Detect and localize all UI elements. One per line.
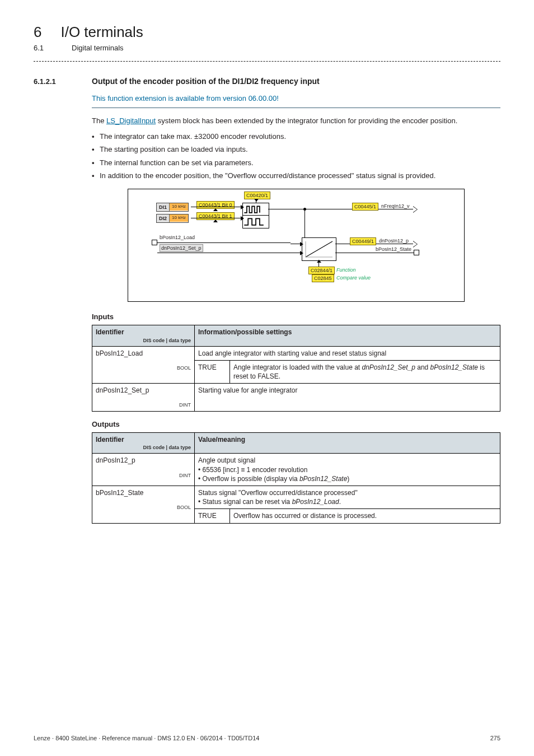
wire — [157, 242, 291, 243]
dnposin12-p-label: dnPosIn12_p — [379, 237, 409, 244]
key-cell: TRUE — [195, 360, 230, 383]
text: • 65536 [incr.] ≡ 1 encoder revolution — [198, 466, 307, 474]
function-block-diagram: DI1 10 kHz DI2 10 kHz C00420/1 C00443/1 … — [128, 189, 465, 302]
th-identifier: Identifier — [96, 436, 124, 444]
th-value: Value/meaning — [195, 433, 500, 454]
intro-paragraph: The LS_DigitalInput system block has bee… — [92, 116, 500, 126]
outputs-heading: Outputs — [92, 419, 500, 430]
page-number: 275 — [490, 734, 500, 743]
text: • Status signal can be reset via — [198, 498, 292, 506]
datatype-cell: BOOL — [96, 504, 191, 511]
di2-label: DI2 — [157, 214, 170, 222]
italic-text: bPosIn12_State — [299, 475, 347, 483]
nfreqin-label: nFreqIn12_v — [381, 203, 410, 209]
wire — [291, 244, 301, 244]
bposin12-state-label: bPosIn12_State — [376, 246, 411, 253]
value-cell: Angle output signal • 65536 [incr.] ≡ 1 … — [195, 454, 500, 486]
wire — [335, 253, 414, 253]
di1-label: DI1 — [157, 203, 170, 211]
text: ) — [347, 475, 349, 483]
pulse-box-1 — [242, 203, 269, 216]
wire — [191, 218, 241, 218]
identifier-cell: dnPosIn12_p — [96, 456, 135, 464]
value-cell: Status signal "Overflow occurred/distanc… — [195, 486, 500, 509]
di1-box: DI1 10 kHz — [156, 203, 189, 212]
th-info: Information/possible settings — [195, 325, 500, 346]
inputs-heading: Inputs — [92, 312, 500, 322]
heading-number: 6.1.2.1 — [34, 77, 74, 87]
value-cell: Overflow has occurred or distance is pro… — [230, 509, 500, 523]
dashed-separator — [34, 61, 500, 62]
c00445-label: C00445/1 — [352, 203, 378, 211]
junction-dot — [303, 208, 306, 211]
wire — [157, 253, 291, 253]
heading-title: Output of the encoder position of the DI… — [92, 76, 320, 87]
c02844-label: C02844/1 — [308, 267, 335, 274]
bullet-item: The starting position can be loaded via … — [92, 144, 500, 155]
desc-cell: Starting value for angle integrator — [195, 384, 500, 411]
bullet-item: In addition to the encoder position, the… — [92, 171, 500, 181]
c00449-label: C00449/1 — [350, 237, 376, 245]
identifier-cell: bPosIn12_Load — [96, 349, 143, 357]
datatype-cell: BOOL — [96, 365, 191, 371]
arrow-up-icon — [213, 220, 218, 222]
integrator-block — [302, 237, 336, 261]
text: . — [339, 498, 341, 506]
bullet-item: The internal function can be set via par… — [92, 158, 500, 168]
desc-cell: Load angle integrator with starting valu… — [195, 346, 500, 360]
identifier-cell: bPosIn12_State — [96, 489, 143, 497]
di1-khz: 10 kHz — [170, 203, 188, 211]
intro-pre: The — [92, 116, 106, 125]
port-icon — [152, 240, 157, 245]
value-cell: Angle integrator is loaded with the valu… — [230, 360, 500, 383]
bposin12-load-label: bPosIn12_Load — [160, 234, 195, 241]
text: Angle integrator is loaded with the valu… — [233, 363, 362, 371]
italic-text: bPosIn12_Load — [292, 498, 339, 506]
datatype-cell: DINT — [96, 402, 191, 408]
th-dis-code: DIS code | data type — [96, 337, 191, 344]
th-identifier: Identifier — [96, 328, 124, 336]
c02845-label: C02845 — [312, 274, 334, 282]
italic-text: dnPosIn12_Set_p — [362, 363, 415, 371]
bullet-item: The integrator can take max. ±32000 enco… — [92, 132, 500, 142]
ls-digitalinput-link[interactable]: LS_DigitalInput — [106, 116, 156, 125]
section-number-6-1: 6.1 — [34, 43, 44, 53]
section-title-6-1: Digital terminals — [72, 43, 123, 53]
text: and — [415, 363, 430, 371]
identifier-cell: dnPosIn12_Set_p — [96, 386, 149, 394]
blue-rule — [92, 108, 500, 108]
di2-box: DI2 10 kHz — [156, 214, 189, 223]
outputs-table: Identifier DIS code | data type Value/me… — [92, 432, 500, 523]
dnposin12-set-label: dnPosIn12_Set_p — [160, 244, 203, 252]
arrow-down-icon — [254, 199, 259, 202]
pulse-box-2 — [242, 215, 269, 228]
key-cell: TRUE — [195, 509, 230, 523]
port-icon — [414, 250, 419, 255]
th-dis-code: DIS code | data type — [96, 444, 191, 451]
c02845-text: Compare value — [336, 274, 371, 281]
datatype-cell: DINT — [96, 472, 191, 479]
arrow-up-icon — [213, 208, 218, 211]
text: Angle output signal — [198, 456, 255, 464]
inputs-table: Identifier DIS code | data type Informat… — [92, 325, 500, 411]
text: Status signal "Overflow occurred/distanc… — [198, 489, 358, 497]
wire — [291, 253, 301, 253]
chapter-number: 6 — [34, 22, 41, 42]
text: • Overflow is possible (display via — [198, 475, 299, 483]
italic-text: bPosIn12_State — [430, 363, 478, 371]
chapter-title: I/O terminals — [60, 22, 143, 42]
wire — [191, 207, 241, 207]
intro-post: system block has been extended by the in… — [156, 116, 457, 125]
availability-note: This function extension is available fro… — [92, 94, 500, 104]
arrow-up-icon — [317, 260, 321, 263]
c02844-text: Function — [336, 267, 356, 273]
di2-khz: 10 kHz — [170, 214, 188, 222]
footer-left: Lenze · 8400 StateLine · Reference manua… — [34, 734, 259, 743]
